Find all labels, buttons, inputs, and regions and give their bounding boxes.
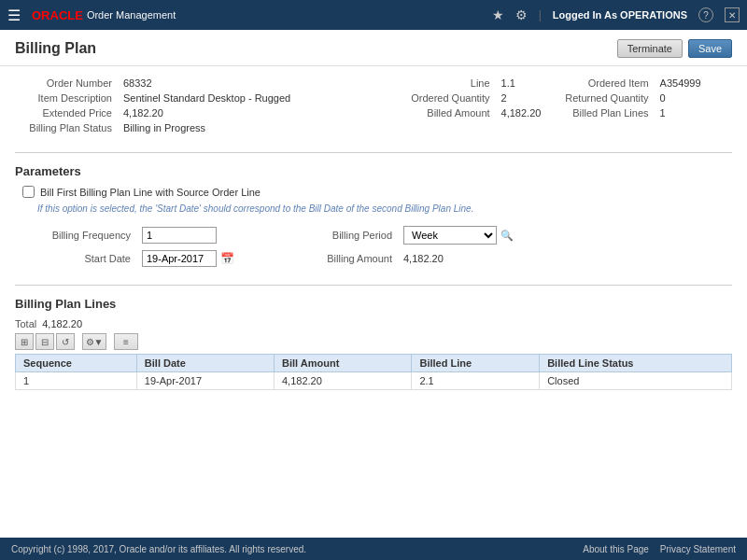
close-window-icon[interactable]: ✕ [725, 7, 740, 22]
checkbox-row: Bill First Billing Plan Line with Source… [15, 186, 732, 198]
checkbox-label: Bill First Billing Plan Line with Source… [40, 187, 261, 198]
view-button[interactable]: ≡ [114, 333, 138, 350]
footer: Copyright (c) 1998, 2017, Oracle and/or … [0, 538, 747, 560]
divider-2 [15, 285, 732, 286]
start-date-label: Start Date [15, 247, 136, 270]
oracle-brand: ORACLE [32, 8, 83, 22]
col-bill-date: Bill Date [136, 355, 274, 372]
settings-icon[interactable]: ⚙ [515, 7, 528, 22]
header-buttons: Terminate Save [617, 39, 732, 58]
ordered-item-value: A354999 [655, 76, 732, 91]
calendar-icon[interactable]: 📅 [220, 252, 234, 265]
extended-price-label: Extended Price [15, 105, 118, 120]
billing-frequency-input[interactable] [142, 227, 217, 244]
bill-first-line-checkbox[interactable] [22, 186, 35, 198]
extended-price-value: 4,182.20 [118, 105, 384, 120]
billed-amount-value: 4,182.20 [496, 105, 552, 120]
billing-amount-label: Billing Amount [286, 247, 398, 270]
page-title: Billing Plan [15, 40, 96, 57]
nav-logged-in-label: Logged In As OPERATIONS [553, 9, 687, 21]
order-info-section: Order Number 68332 Line 1.1 Ordered Item… [0, 66, 747, 145]
billed-plan-lines-label: Billed Plan Lines [552, 105, 655, 120]
table-row: 1 19-Apr-2017 4,182.20 2.1 Closed [16, 372, 732, 390]
nav-separator: | [539, 8, 542, 21]
billing-frequency-label: Billing Frequency [15, 223, 136, 247]
billed-amount-label: Billed Amount [384, 105, 496, 120]
billing-lines-table: Sequence Bill Date Bill Amount Billed Li… [15, 354, 732, 390]
about-page-link[interactable]: About this Page [583, 544, 649, 554]
billing-plan-status-label: Billing Plan Status [15, 120, 118, 135]
line-value: 1.1 [496, 76, 552, 91]
ordered-item-label: Ordered Item [552, 76, 655, 91]
footer-links: About this Page Privacy Statement [583, 544, 736, 554]
privacy-statement-link[interactable]: Privacy Statement [660, 544, 736, 554]
billing-period-select[interactable]: Week Month Year [403, 226, 497, 245]
cell-billed-line: 2.1 [412, 372, 540, 390]
order-number-label: Order Number [15, 76, 118, 91]
cell-bill-date: 19-Apr-2017 [136, 372, 274, 390]
divider-1 [15, 152, 732, 153]
total-value: 4,182.20 [42, 318, 82, 329]
returned-quantity-label: Returned Quantity [552, 91, 655, 105]
hamburger-menu-icon[interactable]: ☰ [7, 7, 21, 24]
start-date-input[interactable] [142, 250, 217, 267]
refresh-button[interactable]: ↺ [56, 333, 75, 350]
cell-sequence: 1 [16, 372, 137, 390]
settings-button[interactable]: ⚙▼ [82, 333, 106, 350]
parameters-section: Parameters Bill First Billing Plan Line … [0, 161, 747, 277]
checkbox-info-note: If this option is selected, the 'Start D… [15, 203, 732, 214]
nav-right: ★ ⚙ | Logged In As OPERATIONS ? ✕ [492, 7, 740, 22]
nav-username: OPERATIONS [620, 9, 687, 21]
line-label: Line [384, 76, 496, 91]
nav-logo: ORACLE Order Management [32, 8, 176, 22]
item-description-label: Item Description [15, 91, 118, 105]
cell-billed-line-status: Closed [540, 372, 732, 390]
ordered-quantity-value: 2 [496, 91, 552, 105]
terminate-button[interactable]: Terminate [617, 39, 683, 58]
main-content: Billing Plan Terminate Save Order Number… [0, 30, 747, 538]
billed-plan-lines-value: 1 [655, 105, 732, 120]
col-sequence: Sequence [16, 355, 137, 372]
item-description-value: Sentinel Standard Desktop - Rugged [118, 91, 384, 105]
order-number-value: 68332 [118, 76, 384, 91]
cell-bill-amount: 4,182.20 [275, 372, 412, 390]
toolbar-row: ⊞ ⊟ ↺ ⚙▼ ≡ [15, 333, 732, 350]
billing-plan-status-value: Billing in Progress [118, 120, 384, 135]
copyright-text: Copyright (c) 1998, 2017, Oracle and/or … [11, 544, 306, 554]
col-billed-line-status: Billed Line Status [540, 355, 732, 372]
billing-plan-lines-title: Billing Plan Lines [15, 297, 732, 311]
page-header: Billing Plan Terminate Save [0, 30, 747, 66]
billing-amount-value: 4,182.20 [398, 247, 519, 270]
returned-quantity-value: 0 [655, 91, 732, 105]
parameters-title: Parameters [15, 164, 732, 178]
help-icon[interactable]: ? [698, 7, 713, 22]
save-button[interactable]: Save [688, 39, 732, 58]
collapse-all-button[interactable]: ⊟ [35, 333, 54, 350]
expand-all-button[interactable]: ⊞ [15, 333, 34, 350]
total-row: Total 4,182.20 [15, 318, 732, 329]
billing-period-search-icon[interactable]: 🔍 [500, 230, 514, 242]
nav-bar: ☰ ORACLE Order Management ★ ⚙ | Logged I… [0, 0, 747, 30]
col-bill-amount: Bill Amount [275, 355, 412, 372]
nav-app-title: Order Management [87, 9, 176, 21]
col-billed-line: Billed Line [412, 355, 540, 372]
favorites-icon[interactable]: ★ [492, 7, 504, 22]
ordered-quantity-label: Ordered Quantity [384, 91, 496, 105]
billing-plan-lines-section: Billing Plan Lines Total 4,182.20 ⊞ ⊟ ↺ … [0, 293, 747, 398]
billing-period-label: Billing Period [286, 223, 398, 247]
total-label: Total [15, 318, 36, 329]
